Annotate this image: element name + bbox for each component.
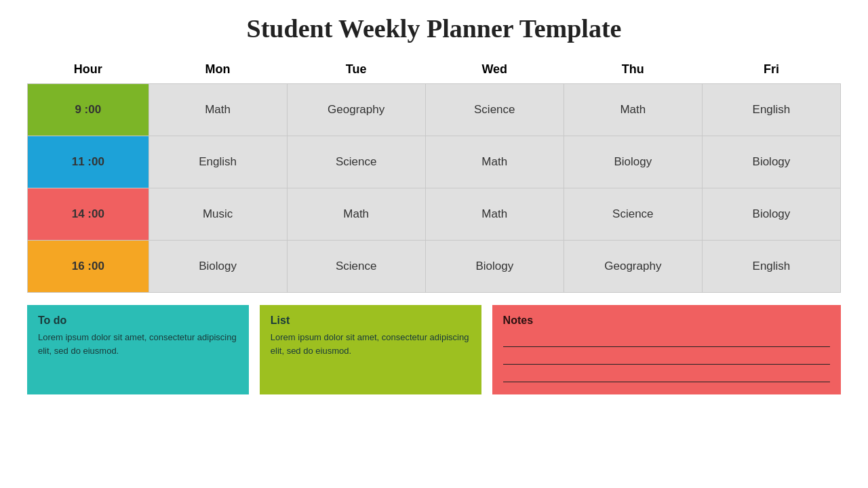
- page-title: Student Weekly Planner Template: [247, 14, 622, 43]
- notes-line-2: [503, 350, 830, 365]
- cell-2-fri: Biology: [702, 188, 840, 241]
- cell-2-thu: Science: [564, 188, 702, 241]
- todo-text: Lorem ipsum dolor sit amet, consectetur …: [38, 331, 238, 357]
- cell-1-wed: Math: [425, 136, 564, 188]
- cell-3-thu: Geography: [564, 241, 702, 293]
- cell-3-mon: Biology: [149, 241, 287, 293]
- table-row: 9 :00MathGeographyScienceMathEnglish: [28, 84, 841, 136]
- cell-0-thu: Math: [564, 84, 702, 136]
- todo-title: To do: [38, 314, 238, 327]
- cell-0-mon: Math: [149, 84, 287, 136]
- header-tue: Tue: [287, 56, 425, 84]
- cell-0-wed: Science: [425, 84, 564, 136]
- header-hour: Hour: [28, 56, 149, 84]
- cell-1-tue: Science: [287, 136, 425, 188]
- list-box: List Lorem ipsum dolor sit amet, consect…: [260, 305, 481, 394]
- cell-2-tue: Math: [287, 188, 425, 241]
- cell-3-tue: Science: [287, 241, 425, 293]
- cell-1-thu: Biology: [564, 136, 702, 188]
- list-text: Lorem ipsum dolor sit amet, consectetur …: [271, 331, 471, 357]
- cell-3-fri: English: [702, 241, 840, 293]
- table-row: 14 :00MusicMathMathScienceBiology: [28, 188, 841, 241]
- notes-lines: [503, 332, 830, 382]
- list-title: List: [271, 314, 471, 327]
- cell-0-fri: English: [702, 84, 840, 136]
- cell-1-fri: Biology: [702, 136, 840, 188]
- cell-0-tue: Geography: [287, 84, 425, 136]
- header-thu: Thu: [564, 56, 702, 84]
- todo-box: To do Lorem ipsum dolor sit amet, consec…: [27, 305, 249, 394]
- bottom-section: To do Lorem ipsum dolor sit amet, consec…: [27, 305, 841, 394]
- header-fri: Fri: [702, 56, 840, 84]
- header-mon: Mon: [149, 56, 287, 84]
- notes-box: Notes: [492, 305, 841, 394]
- notes-title: Notes: [503, 314, 830, 327]
- hour-cell-2: 14 :00: [28, 188, 149, 241]
- header-wed: Wed: [425, 56, 564, 84]
- table-row: 11 :00EnglishScienceMathBiologyBiology: [28, 136, 841, 188]
- hour-cell-0: 9 :00: [28, 84, 149, 136]
- notes-line-3: [503, 367, 830, 382]
- cell-2-wed: Math: [425, 188, 564, 241]
- planner-table: Hour Mon Tue Wed Thu Fri 9 :00MathGeogra…: [27, 56, 841, 293]
- notes-line-1: [503, 332, 830, 347]
- hour-cell-3: 16 :00: [28, 241, 149, 293]
- cell-2-mon: Music: [149, 188, 287, 241]
- hour-cell-1: 11 :00: [28, 136, 149, 188]
- cell-1-mon: English: [149, 136, 287, 188]
- table-row: 16 :00BiologyScienceBiologyGeographyEngl…: [28, 241, 841, 293]
- cell-3-wed: Biology: [425, 241, 564, 293]
